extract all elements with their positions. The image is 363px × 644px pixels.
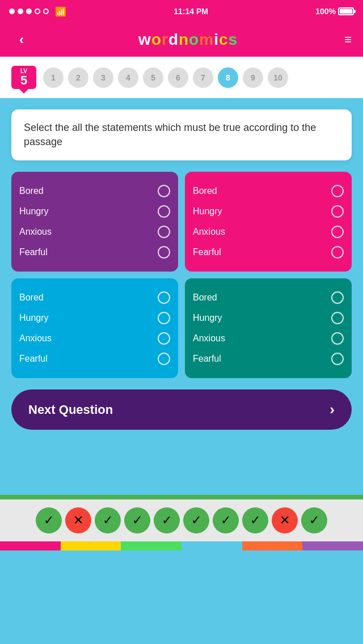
step-9[interactable]: 9: [243, 67, 263, 88]
step-7[interactable]: 7: [193, 67, 213, 88]
color-seg-6: [302, 541, 363, 550]
next-button-arrow: ›: [330, 401, 335, 418]
dot1: [9, 9, 15, 14]
option-blue-bored[interactable]: Bored: [19, 287, 170, 308]
question-box: Select the all the statements which must…: [11, 109, 352, 160]
step-3[interactable]: 3: [93, 67, 113, 88]
status-time: 11:14 PM: [174, 7, 208, 16]
option-label: Anxious: [193, 333, 225, 344]
radio-pink-anxious[interactable]: [331, 226, 344, 238]
option-purple-fearful[interactable]: Fearful: [19, 242, 170, 262]
option-card-pink[interactable]: Bored Hungry Anxious Fearful: [185, 172, 352, 272]
result-4: ✓: [124, 507, 150, 533]
option-blue-anxious[interactable]: Anxious: [19, 328, 170, 349]
result-9: ✕: [272, 507, 298, 533]
option-label: Hungry: [19, 206, 49, 217]
step-6[interactable]: 6: [168, 67, 188, 88]
next-question-button[interactable]: Next Question ›: [11, 389, 352, 430]
result-3: ✓: [95, 507, 121, 533]
option-card-teal[interactable]: Bored Hungry Anxious Fearful: [185, 278, 352, 378]
step-10[interactable]: 10: [268, 67, 288, 88]
radio-purple-hungry[interactable]: [158, 205, 170, 218]
battery-percent: 100%: [315, 7, 336, 16]
options-grid: Bored Hungry Anxious Fearful Bored: [11, 172, 352, 378]
option-purple-anxious[interactable]: Anxious: [19, 222, 170, 242]
radio-blue-hungry[interactable]: [158, 312, 170, 324]
option-purple-hungry[interactable]: Hungry: [19, 201, 170, 222]
option-label: Fearful: [193, 247, 221, 257]
color-seg-3: [121, 541, 182, 550]
step-4[interactable]: 4: [118, 67, 138, 88]
option-card-blue[interactable]: Bored Hungry Anxious Fearful: [11, 278, 178, 378]
level-steps: 1 2 3 4 5 6 7 8 9 10: [43, 67, 288, 88]
menu-button[interactable]: ≡: [344, 32, 352, 47]
radio-purple-bored[interactable]: [158, 185, 170, 197]
option-pink-anxious[interactable]: Anxious: [193, 222, 344, 242]
results-bar: ✓ ✕ ✓ ✓ ✓ ✓ ✓ ✓ ✕ ✓: [0, 499, 363, 541]
option-pink-fearful[interactable]: Fearful: [193, 242, 344, 262]
step-8[interactable]: 8: [218, 67, 238, 88]
main-content: Select the all the statements which must…: [0, 98, 363, 495]
option-label: Anxious: [19, 333, 52, 344]
radio-purple-anxious[interactable]: [158, 226, 170, 238]
option-label: Anxious: [19, 227, 52, 237]
result-7: ✓: [213, 507, 239, 533]
option-label: Fearful: [19, 247, 48, 257]
option-card-purple[interactable]: Bored Hungry Anxious Fearful: [11, 172, 178, 272]
next-button-label: Next Question: [28, 402, 113, 417]
radio-teal-anxious[interactable]: [331, 332, 344, 345]
option-blue-fearful[interactable]: Fearful: [19, 349, 170, 369]
result-2: ✕: [65, 507, 91, 533]
level-section: LV 5 1 2 3 4 5 6 7 8 9 10: [0, 57, 363, 98]
option-blue-hungry[interactable]: Hungry: [19, 308, 170, 328]
radio-pink-bored[interactable]: [331, 185, 344, 197]
question-text: Select the all the statements which must…: [24, 122, 316, 147]
radio-pink-fearful[interactable]: [331, 246, 344, 259]
wifi-icon: 📶: [55, 6, 66, 17]
color-seg-2: [61, 541, 121, 550]
battery-bar: [338, 7, 354, 15]
step-5[interactable]: 5: [143, 67, 163, 88]
radio-blue-anxious[interactable]: [158, 332, 170, 345]
option-purple-bored[interactable]: Bored: [19, 181, 170, 201]
level-badge: LV 5: [11, 66, 36, 89]
battery-indicator: 100%: [315, 7, 354, 16]
option-label: Bored: [193, 186, 217, 196]
option-pink-hungry[interactable]: Hungry: [193, 201, 344, 222]
option-label: Hungry: [19, 313, 49, 323]
signal-dots: 📶: [9, 6, 66, 17]
radio-blue-fearful[interactable]: [158, 353, 170, 365]
dot3: [26, 9, 32, 14]
option-label: Bored: [19, 293, 44, 303]
step-1[interactable]: 1: [43, 67, 64, 88]
option-label: Anxious: [193, 227, 225, 237]
result-5: ✓: [154, 507, 180, 533]
lv-number: 5: [17, 74, 31, 87]
nav-bar: ‹ wordnomics ≡: [0, 23, 363, 57]
option-teal-fearful[interactable]: Fearful: [193, 349, 344, 369]
radio-teal-bored[interactable]: [331, 291, 344, 304]
radio-teal-hungry[interactable]: [331, 312, 344, 324]
option-label: Hungry: [193, 313, 222, 323]
radio-teal-fearful[interactable]: [331, 353, 344, 365]
option-teal-anxious[interactable]: Anxious: [193, 328, 344, 349]
result-10: ✓: [301, 507, 327, 533]
color-bar: [0, 541, 363, 550]
radio-pink-hungry[interactable]: [331, 205, 344, 218]
result-6: ✓: [183, 507, 209, 533]
option-label: Bored: [193, 293, 217, 303]
dot5: [43, 9, 49, 14]
progress-bar: [0, 495, 363, 499]
option-teal-bored[interactable]: Bored: [193, 287, 344, 308]
radio-purple-fearful[interactable]: [158, 246, 170, 259]
back-button[interactable]: ‹: [11, 29, 32, 50]
option-teal-hungry[interactable]: Hungry: [193, 308, 344, 328]
step-2[interactable]: 2: [68, 67, 88, 88]
color-seg-5: [242, 541, 303, 550]
battery-fill: [340, 9, 352, 14]
option-label: Fearful: [19, 354, 48, 364]
option-pink-bored[interactable]: Bored: [193, 181, 344, 201]
option-label: Bored: [19, 186, 44, 196]
result-8: ✓: [242, 507, 268, 533]
radio-blue-bored[interactable]: [158, 291, 170, 304]
